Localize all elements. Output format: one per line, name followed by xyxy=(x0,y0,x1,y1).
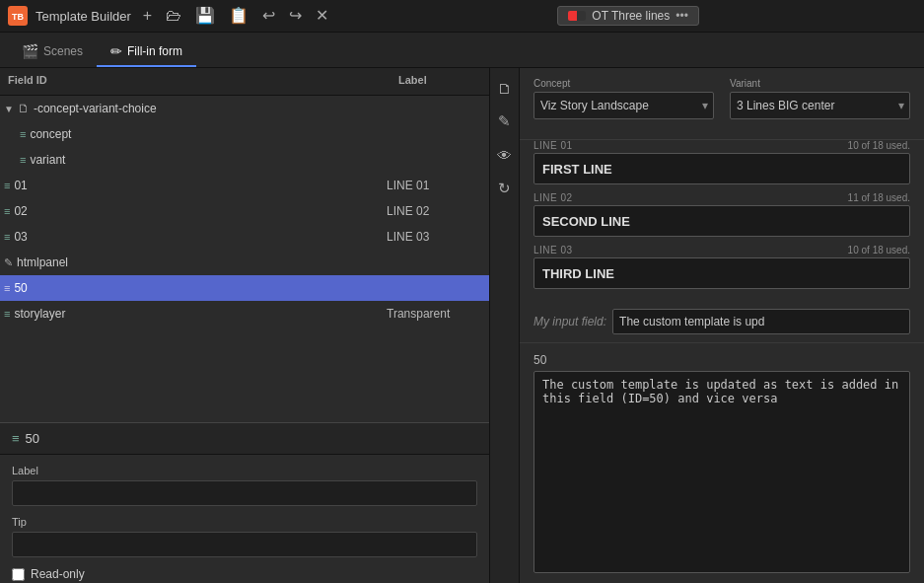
panel-edit-icon[interactable]: ✎ xyxy=(493,109,517,133)
panel-refresh-icon[interactable]: ↻ xyxy=(493,177,517,200)
tab-fillinform-label: Fill-in form xyxy=(127,44,182,58)
tree-row-content: ≡ 02 xyxy=(4,204,387,218)
props-title: 50 xyxy=(26,431,39,446)
concept-label: Concept xyxy=(533,78,714,89)
line-id: LINE 01 xyxy=(533,140,573,151)
line-item-header: LINE 02 11 of 18 used. xyxy=(533,192,910,203)
tree-row-selected[interactable]: ≡ 50 xyxy=(0,275,489,301)
panel-view-icon[interactable]: 👁 xyxy=(493,143,517,167)
undo-button[interactable]: ↩ xyxy=(258,6,279,26)
tree-row-label: variant xyxy=(30,153,387,167)
tree-row-label: htmlpanel xyxy=(17,255,387,269)
tree-row[interactable]: ✎ htmlpanel xyxy=(0,250,489,275)
line-usage: 11 of 18 used. xyxy=(848,192,910,203)
variant-label: Variant xyxy=(730,78,910,89)
props-icon: ≡ xyxy=(12,431,20,446)
tip-input[interactable] xyxy=(12,532,477,557)
folder-icon: 🗋 xyxy=(18,102,30,115)
readonly-checkbox[interactable] xyxy=(12,568,25,581)
variant-select-wrapper: 3 Lines BIG center xyxy=(730,92,910,119)
lines-icon: ≡ xyxy=(4,231,10,243)
lines-icon: ≡ xyxy=(20,128,26,140)
variant-select[interactable]: 3 Lines BIG center xyxy=(730,92,910,119)
line-item-header: LINE 03 10 of 18 used. xyxy=(533,245,910,255)
tree-row-label: -concept-variant-choice xyxy=(34,102,387,115)
new-button[interactable]: + xyxy=(139,6,156,26)
properties-header: ≡ 50 xyxy=(0,423,489,455)
line-item-03: LINE 03 10 of 18 used. xyxy=(533,245,910,289)
tree-row-content: ▼ 🗋 -concept-variant-choice xyxy=(4,102,387,115)
tree-row-label: 03 xyxy=(14,230,387,244)
line-id: LINE 03 xyxy=(533,245,573,255)
save-button[interactable]: 💾 xyxy=(191,6,219,26)
tree-row-content: ≡ 01 xyxy=(4,179,387,192)
tree-row-value: Transparent xyxy=(387,307,485,321)
tab-fill-in-form[interactable]: ✏ Fill-in form xyxy=(97,37,196,67)
template-icon xyxy=(568,11,586,21)
app-title: Template Builder xyxy=(36,9,131,24)
tree-row-label: 50 xyxy=(14,281,387,295)
lines-icon: ≡ xyxy=(4,205,10,217)
tip-label: Tip xyxy=(12,516,477,528)
save-as-button[interactable]: 📋 xyxy=(225,6,252,26)
tree-row-content: ≡ 50 xyxy=(4,281,387,295)
concept-variant-section: Concept Viz Story Landscape Variant 3 Li… xyxy=(520,68,924,140)
tree-row-content: ≡ storylayer xyxy=(4,307,387,321)
tree-row[interactable]: ≡ 02 LINE 02 xyxy=(0,198,489,224)
tree-row[interactable]: ≡ 01 LINE 01 xyxy=(0,173,489,198)
tree-header: Field ID Label xyxy=(0,68,489,96)
concept-row: Concept Viz Story Landscape Variant 3 Li… xyxy=(533,78,910,119)
tree-row-label: storylayer xyxy=(14,307,387,321)
active-template-area: OT Three lines ••• xyxy=(340,6,916,26)
tree-row-content: ≡ variant xyxy=(20,153,387,167)
tree-row[interactable]: ▼ 🗋 -concept-variant-choice xyxy=(0,96,489,121)
open-button[interactable]: 🗁 xyxy=(162,6,185,26)
properties-body: Label Tip Read-only Hidden xyxy=(0,455,489,583)
tree-row[interactable]: ≡ 03 LINE 03 xyxy=(0,224,489,250)
tree-row-label: 02 xyxy=(14,204,387,218)
col-field-id: Field ID xyxy=(0,68,391,95)
my-input-row: My input field: xyxy=(520,305,924,342)
concept-select-wrapper: Viz Story Landscape xyxy=(533,92,714,119)
side-icons-panel: 🗋 ✎ 👁 ↻ xyxy=(490,68,520,583)
tree-row-content: ≡ 03 xyxy=(4,230,387,244)
tree-row-label: 01 xyxy=(14,179,387,192)
tree-row-label: concept xyxy=(30,127,387,141)
redo-button[interactable]: ↪ xyxy=(285,6,306,26)
tree-row-value: LINE 02 xyxy=(387,204,485,218)
line-usage: 10 of 18 used. xyxy=(848,245,910,255)
my-input-label: My input field: xyxy=(533,315,606,328)
concept-select[interactable]: Viz Story Landscape xyxy=(533,92,714,119)
line-03-input[interactable] xyxy=(533,257,910,289)
tab-bar: 🎬 Scenes ✏ Fill-in form xyxy=(0,33,924,68)
title-bar: TB Template Builder + 🗁 💾 📋 ↩ ↪ ✕ OT Thr… xyxy=(0,0,924,33)
label-input[interactable] xyxy=(12,480,477,506)
label-label: Label xyxy=(12,465,477,476)
readonly-row: Read-only xyxy=(12,567,477,581)
variant-group: Variant 3 Lines BIG center xyxy=(730,78,910,119)
label-group: Label xyxy=(12,465,477,506)
line-01-input[interactable] xyxy=(533,153,910,184)
tip-group: Tip xyxy=(12,516,477,557)
preview-section: 50 The custom template is updated as tex… xyxy=(520,342,924,583)
line-02-input[interactable] xyxy=(533,205,910,237)
tree-row[interactable]: ≡ storylayer Transparent xyxy=(0,301,489,327)
tab-scenes[interactable]: 🎬 Scenes xyxy=(8,37,97,67)
line-item-01: LINE 01 10 of 18 used. xyxy=(533,140,910,184)
my-input-field[interactable] xyxy=(612,309,910,334)
lines-icon: ≡ xyxy=(4,308,10,320)
col-label: Label xyxy=(391,68,489,95)
tree-row[interactable]: ≡ concept xyxy=(0,121,489,147)
tree-row[interactable]: ≡ variant xyxy=(0,147,489,173)
line-item-header: LINE 01 10 of 18 used. xyxy=(533,140,910,151)
concept-group: Concept Viz Story Landscape xyxy=(533,78,714,119)
expand-icon: ▼ xyxy=(4,104,14,114)
scenes-icon: 🎬 xyxy=(22,43,38,59)
template-dots[interactable]: ••• xyxy=(675,9,688,23)
left-panel: Field ID Label ▼ 🗋 -concept-variant-choi… xyxy=(0,68,490,583)
panel-new-icon[interactable]: 🗋 xyxy=(493,76,517,100)
close-button[interactable]: ✕ xyxy=(312,6,332,26)
main-layout: Field ID Label ▼ 🗋 -concept-variant-choi… xyxy=(0,68,924,583)
preview-textarea[interactable]: The custom template is updated as text i… xyxy=(533,371,910,573)
app-logo: TB xyxy=(8,6,28,26)
